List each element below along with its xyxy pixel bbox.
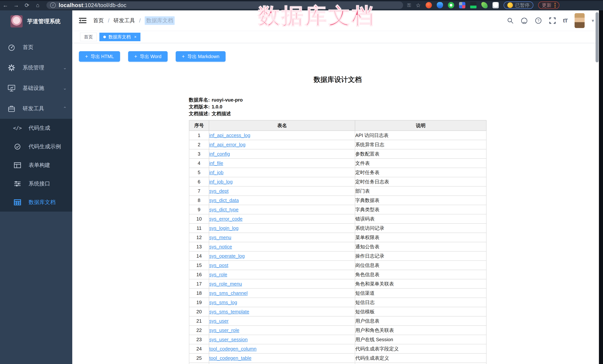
table-row: 4inf_file文件表	[189, 158, 486, 168]
table-name-link[interactable]: sys_dict_data	[209, 198, 239, 203]
table-name-link[interactable]: tool_codegen_table	[209, 355, 251, 361]
table-name-link[interactable]: inf_job_log	[209, 179, 232, 185]
table-name-link[interactable]: sys_login_log	[209, 225, 239, 231]
sidebar-item-monitor[interactable]: 基础设施⌄	[0, 78, 72, 98]
chevron-down-icon[interactable]: ▾	[592, 18, 594, 23]
table-name-link[interactable]: sys_user_role	[209, 327, 239, 333]
table-name-link[interactable]: sys_role	[209, 272, 227, 277]
doc-title: 数据库设计文档	[189, 75, 487, 84]
db-table-icon	[13, 198, 22, 206]
tag-view-active[interactable]: 数据库文档×	[99, 33, 140, 41]
table-row: 8sys_dict_data字典数据表	[189, 196, 486, 205]
user-avatar[interactable]	[575, 13, 585, 28]
table-name-link[interactable]: sys_role_menu	[209, 281, 242, 287]
breadcrumb-item[interactable]: 首页	[93, 17, 104, 24]
plus-icon: +	[85, 54, 88, 59]
sidebar-subitem-db-table[interactable]: 数据库文档	[0, 193, 72, 212]
extension-icon-stack-on[interactable]	[470, 2, 476, 8]
table-name-link[interactable]: sys_dict_type	[209, 207, 239, 212]
sidebar-collapse-icon[interactable]	[79, 17, 86, 24]
bookmark-star-icon[interactable]: ☆	[416, 2, 421, 9]
table-row: 26tool_test_demo字典类型表	[189, 363, 486, 364]
cell-table-name: inf_config	[209, 149, 355, 158]
font-size-icon[interactable]: tT	[563, 17, 568, 24]
table-name-link[interactable]: sys_sms_channel	[209, 290, 248, 296]
fullscreen-icon[interactable]	[549, 17, 556, 24]
gear-icon	[7, 64, 16, 72]
export-button-word[interactable]: +导出 Word	[128, 51, 168, 62]
reload-icon[interactable]: ⟳	[22, 0, 32, 11]
table-name-link[interactable]: sys_post	[209, 263, 228, 268]
app-logo-row[interactable]: 芋道管理系统	[0, 11, 72, 32]
table-name-link[interactable]: inf_config	[209, 151, 230, 157]
extension-icon-blue-drop[interactable]	[437, 2, 443, 8]
export-button-html[interactable]: +导出 HTML	[79, 51, 120, 62]
export-button-markdown[interactable]: +导出 Markdown	[176, 51, 226, 62]
tag-label: 首页	[84, 34, 93, 40]
extension-icon-green-check[interactable]	[448, 2, 454, 8]
table-name-link[interactable]: tool_codegen_column	[209, 346, 256, 352]
table-name-link[interactable]: sys_dept	[209, 188, 229, 194]
table-name-link[interactable]: sys_sms_log	[209, 300, 237, 305]
main-area: 首页/研发工具/数据库文档	[72, 11, 603, 364]
cell-seq: 7	[189, 186, 209, 196]
address-bar[interactable]: i localhost:1024/tool/db-doc	[46, 1, 403, 9]
sidebar-subitem-form[interactable]: 表单构建	[0, 156, 72, 175]
doc-meta-row: 文档描述:文档描述	[189, 110, 487, 117]
sidebar-subitem-shield-check[interactable]: 代码生成示例	[0, 137, 72, 156]
table-name-link[interactable]: inf_api_error_log	[209, 142, 245, 147]
table-name-link[interactable]: sys_sms_template	[209, 309, 249, 314]
profile-paused-badge[interactable]: 已暂停	[504, 1, 533, 9]
cell-description: 字典类型表	[355, 205, 486, 214]
emoji-face-icon	[507, 2, 513, 8]
cell-description: 岗位信息表	[355, 261, 486, 270]
cell-seq: 6	[189, 177, 209, 186]
cell-seq: 19	[189, 298, 209, 307]
cell-description: 用户信息表	[355, 316, 486, 326]
password-key-icon[interactable]: ⚿	[407, 2, 411, 8]
sidebar-item-toolbox[interactable]: 研发工具⌃	[0, 98, 72, 119]
cell-seq: 5	[189, 168, 209, 177]
update-button[interactable]: 更新	[538, 1, 559, 9]
cell-description: 通知公告表	[355, 242, 486, 251]
search-icon[interactable]	[507, 17, 514, 24]
tags-view-bar: 首页数据库文档×	[72, 31, 603, 43]
cell-seq: 9	[189, 205, 209, 214]
close-icon[interactable]: ×	[134, 34, 137, 39]
table-name-link[interactable]: inf_api_access_log	[209, 132, 250, 138]
back-icon[interactable]: ←	[0, 0, 11, 11]
sidebar-item-gear[interactable]: 系统管理⌄	[0, 57, 72, 78]
cell-table-name: sys_dept	[209, 186, 355, 196]
extensions-puzzle-icon[interactable]	[492, 2, 499, 8]
tag-view-tab[interactable]: 首页	[80, 33, 97, 41]
extension-icon-leaf[interactable]	[481, 2, 488, 8]
help-icon[interactable]: ?	[535, 17, 542, 24]
site-info-icon[interactable]: i	[50, 2, 56, 8]
table-name-link[interactable]: sys_user	[209, 318, 229, 324]
browser-menu-icon[interactable]	[555, 3, 556, 8]
sidebar-subitem-sliders[interactable]: 系统接口	[0, 175, 72, 193]
forward-icon[interactable]: →	[11, 0, 22, 11]
table-name-link[interactable]: sys_user_session	[209, 337, 248, 342]
window-scrollbar-track[interactable]	[599, 11, 603, 364]
sidebar-subitem-code[interactable]: </>代码生成	[0, 119, 72, 137]
table-name-link[interactable]: sys_notice	[209, 244, 232, 250]
breadcrumb-item[interactable]: 研发工具	[114, 17, 135, 24]
table-name-link[interactable]: sys_menu	[209, 235, 231, 240]
github-icon[interactable]	[521, 17, 528, 24]
sidebar-item-dashboard[interactable]: 首页	[0, 37, 72, 57]
page-scrollbar-thumb[interactable]	[596, 12, 599, 62]
table-name-link[interactable]: inf_file	[209, 160, 223, 166]
table-name-link[interactable]: sys_operate_log	[209, 253, 245, 259]
cell-description: 短信渠道	[355, 288, 486, 298]
shield-check-icon	[13, 143, 22, 151]
cell-seq: 2	[189, 140, 209, 149]
doc-meta-row: 文档版本:1.0.0	[189, 103, 487, 110]
extension-icon-grid[interactable]	[459, 2, 465, 8]
home-icon[interactable]: ⌂	[32, 0, 43, 11]
extension-icon-red[interactable]	[426, 2, 432, 8]
table-name-link[interactable]: sys_error_code	[209, 216, 243, 222]
table-name-link[interactable]: inf_job	[209, 170, 223, 175]
cell-table-name: inf_api_access_log	[209, 131, 355, 140]
cell-table-name: sys_role_menu	[209, 279, 355, 288]
